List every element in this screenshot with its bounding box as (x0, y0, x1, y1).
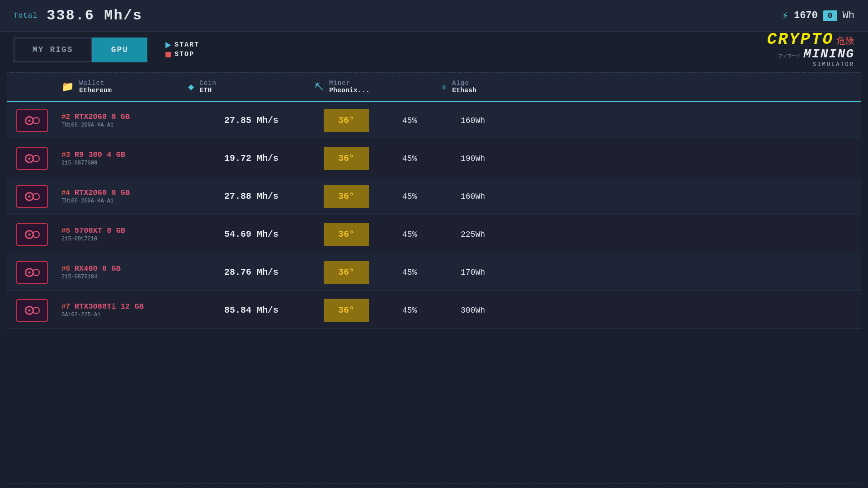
algo-header-text: Algo Ethash (452, 80, 476, 94)
gpu-fans (25, 154, 40, 163)
gpu-fan-2 (33, 193, 40, 200)
gpu-temp-badge: 36° (324, 299, 369, 322)
gpu-power: 300Wh (441, 306, 505, 315)
table-row: #5 5700XT 8 GB 215-0917210 54.69 Mh/s 36… (7, 216, 861, 253)
start-button[interactable]: START (165, 41, 199, 49)
gpu-number-name: #4 RTX2060 8 GB (61, 188, 188, 197)
gpu-icon-col (16, 147, 61, 170)
gpu-temp-badge: 36° (324, 109, 369, 132)
coin-title: Coin (199, 80, 217, 87)
gpu-number: #7 (61, 303, 75, 311)
gpu-fan-percent: 45% (378, 154, 441, 163)
lightning-icon: ⚡ (782, 9, 788, 22)
stop-button[interactable]: STOP (165, 51, 199, 58)
gpu-hashrate: 85.84 Mh/s (188, 305, 315, 315)
app-logo: CRYPTO 危険 フォワード MINING SIMULATOR (767, 32, 854, 68)
wallet-column-header: 📁 Wallet Ethereum (61, 80, 188, 94)
gpu-power: 225Wh (441, 230, 505, 239)
gpu-power: 160Wh (441, 116, 505, 125)
tab-my-rigs[interactable]: MY RIGS (14, 38, 92, 62)
gpu-temp-badge: 36° (324, 185, 369, 208)
gpu-fans (25, 192, 40, 201)
table-row: #2 RTX2060 8 GB TU106-200A-KA-A1 27.85 M… (7, 102, 861, 139)
miner-header-text: Miner Pheonix... (329, 80, 370, 94)
gpu-name: RTX2060 8 GB (75, 188, 130, 197)
gpu-id: 215-0877000 (61, 160, 188, 166)
gpu-fan-percent: 45% (378, 306, 441, 315)
gpu-temp-col: 36° (315, 299, 378, 322)
gpu-fan-percent: 45% (378, 230, 441, 239)
gpu-temp-col: 36° (315, 147, 378, 170)
gpu-info: #3 R9 380 4 GB 215-0877000 (61, 150, 188, 166)
stop-label: STOP (175, 51, 194, 58)
algo-value: Ethash (452, 87, 476, 94)
gpu-icon-col (16, 185, 61, 208)
gpu-list: #2 RTX2060 8 GB TU106-200A-KA-A1 27.85 M… (7, 102, 861, 329)
gpu-name: RTX2060 8 GB (75, 113, 130, 121)
main-content: 📁 Wallet Ethereum ◆ Coin ETH ⛏ Miner Phe… (7, 72, 861, 483)
gpu-icon-col (16, 109, 61, 132)
play-icon (165, 42, 171, 48)
coin-header-text: Coin ETH (199, 80, 217, 94)
eth-icon: ◆ (188, 81, 194, 93)
gpu-name: RX480 8 GB (75, 264, 121, 273)
gpu-info: #4 RTX2060 8 GB TU106-200A-KA-A1 (61, 188, 188, 204)
gpu-power: 190Wh (441, 154, 505, 163)
gpu-fan-percent: 45% (378, 116, 441, 125)
gpu-temp-badge: 36° (324, 261, 369, 284)
total-hashrate: 338.6 Mh/s (47, 7, 142, 24)
top-bar: Total 338.6 Mh/s ⚡ 1670 0 Wh (0, 0, 868, 32)
gpu-fan-2 (33, 117, 40, 124)
miner-value: Pheonix... (329, 87, 370, 94)
gpu-id: 215-0917210 (61, 236, 188, 242)
wallet-header-text: Wallet Ethereum (79, 80, 112, 94)
gpu-number-name: #2 RTX2060 8 GB (61, 113, 188, 121)
gpu-fan-percent: 45% (378, 192, 441, 201)
gpu-hashrate: 54.69 Mh/s (188, 229, 315, 239)
gpu-temp-col: 36° (315, 109, 378, 132)
gpu-name: RTX3080Ti 12 GB (75, 302, 144, 311)
gpu-icon-col (16, 261, 61, 284)
miner-column-header: ⛏ Miner Pheonix... (315, 80, 441, 94)
coin-value: ETH (199, 87, 217, 94)
pickaxe-icon: ⛏ (315, 82, 324, 93)
gpu-info: #5 5700XT 8 GB 215-0917210 (61, 226, 188, 242)
gpu-name: R9 380 4 GB (75, 150, 125, 159)
gpu-hashrate: 27.88 Mh/s (188, 191, 315, 202)
gpu-temp-col: 36° (315, 185, 378, 208)
logo-mining: MINING (803, 48, 854, 61)
stop-icon (165, 52, 171, 57)
tab-gpu[interactable]: GPU (92, 38, 147, 62)
gpu-label: GPU (111, 45, 128, 54)
top-right-stats: ⚡ 1670 0 Wh (782, 9, 854, 22)
gpu-visual-icon (16, 223, 48, 246)
logo-simulator: SIMULATOR (813, 61, 854, 68)
miner-title: Miner (329, 80, 370, 87)
wh-label: Wh (843, 10, 854, 21)
gpu-fans (25, 268, 40, 277)
gpu-hashrate: 19.72 Mh/s (188, 153, 315, 164)
algo-column-header: ⚛ Algo Ethash (441, 80, 568, 94)
table-header: 📁 Wallet Ethereum ◆ Coin ETH ⛏ Miner Phe… (7, 73, 861, 102)
gpu-icon-col (16, 223, 61, 246)
gpu-icon-col (16, 299, 61, 322)
gpu-power: 160Wh (441, 192, 505, 201)
algo-title: Algo (452, 80, 476, 87)
gpu-number: #5 (61, 227, 75, 235)
gpu-temp-badge: 36° (324, 223, 369, 246)
power-zero: 0 (823, 10, 837, 21)
gpu-temp-badge: 36° (324, 147, 369, 170)
mining-controls: START STOP (165, 41, 199, 58)
gpu-number: #4 (61, 189, 75, 197)
table-row: #3 R9 380 4 GB 215-0877000 19.72 Mh/s 36… (7, 140, 861, 177)
gpu-visual-icon (16, 261, 48, 284)
gpu-visual-icon (16, 109, 48, 132)
gpu-id: GA102-225-A1 (61, 312, 188, 318)
my-rigs-label: MY RIGS (33, 45, 73, 54)
gpu-fan-2 (33, 307, 40, 314)
gpu-info: #2 RTX2060 8 GB TU106-200A-KA-A1 (61, 113, 188, 128)
gpu-name: 5700XT 8 GB (75, 226, 125, 235)
table-row: #6 RX480 8 GB 215-0876184 28.76 Mh/s 36°… (7, 254, 861, 291)
gpu-hashrate: 27.85 Mh/s (188, 115, 315, 126)
gpu-power: 170Wh (441, 268, 505, 277)
